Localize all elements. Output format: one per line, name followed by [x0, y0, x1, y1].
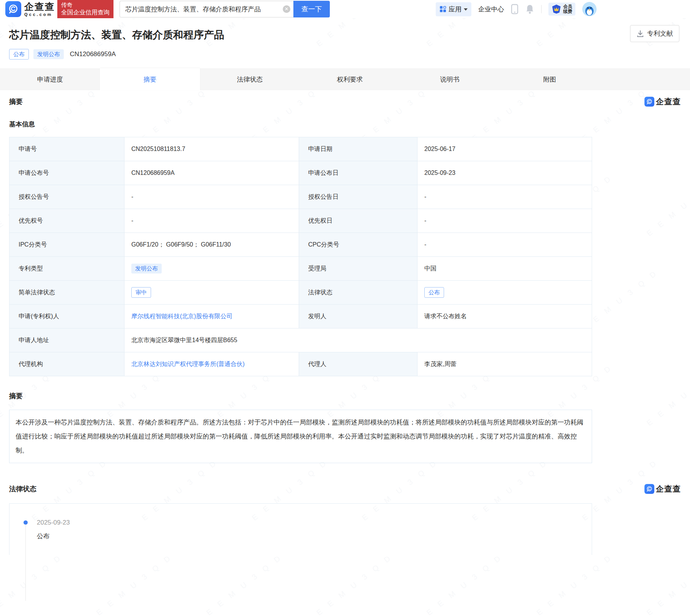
tab-1[interactable]: 摘要	[100, 68, 200, 90]
info-label: 申请号	[9, 137, 124, 161]
status-tag: 公布	[424, 287, 444, 298]
info-label: 简单法律状态	[9, 281, 124, 305]
qcc-mini-icon	[644, 97, 654, 107]
top-nav: 应用 企业中心	[436, 2, 597, 16]
brand-name: 企查查	[24, 2, 55, 11]
user-avatar[interactable]	[582, 2, 597, 16]
brand-domain: Qcc.com	[24, 13, 55, 17]
patent-number: CN120686959A	[70, 50, 116, 58]
table-row: 代理机构北京林达刘知识产权代理事务所(普通合伙)代理人李茂家,周蕾	[9, 352, 592, 376]
nav-divider	[541, 5, 542, 13]
info-value: 2025-09-23	[417, 161, 592, 185]
tab-2[interactable]: 法律状态	[200, 68, 300, 90]
info-value: 公布	[417, 281, 592, 305]
table-row: 申请人地址北京市海淀区翠微中里14号楼四层B655	[9, 328, 592, 352]
info-value: 北京林达刘知识产权代理事务所(普通合伙)	[124, 352, 299, 376]
info-value: -	[417, 233, 592, 257]
info-value: -	[124, 209, 299, 233]
table-row: 简单法律状态审中法律状态公布	[9, 281, 592, 305]
info-value: 请求不公布姓名	[417, 305, 592, 328]
grid-icon	[440, 6, 446, 13]
info-label: 优先权日	[299, 209, 417, 233]
qcc-logo[interactable]: 企查查 Qcc.com	[5, 1, 55, 17]
notification-bell-icon[interactable]	[525, 4, 534, 14]
info-value: -	[417, 209, 592, 233]
qcc-watermark-logo: 企查查	[644, 96, 681, 107]
info-label: 法律状态	[299, 281, 417, 305]
tab-5[interactable]: 附图	[500, 68, 600, 90]
member-renew-badge[interactable]: 会员 续费	[548, 3, 575, 16]
info-value: 发明公布	[124, 257, 299, 281]
timeline-date: 2025-09-23	[37, 519, 592, 526]
info-label: 专利类型	[9, 257, 124, 281]
clear-search-icon[interactable]: ✕	[283, 5, 290, 13]
qcc-mini-text: 企查查	[656, 96, 681, 107]
abstract-heading: 摘要	[9, 391, 681, 401]
qcc-mini-icon-bottom	[644, 484, 654, 494]
tab-bar: 申请进度摘要法律状态权利要求说明书附图	[0, 68, 690, 90]
info-value: 2025-06-17	[417, 137, 592, 161]
tab-3[interactable]: 权利要求	[300, 68, 400, 90]
promo-badge: 传奇 全国企业信用查询	[57, 0, 113, 18]
download-icon	[636, 30, 644, 38]
info-label: 发明人	[299, 305, 417, 328]
entity-link[interactable]: 北京林达刘知识产权代理事务所(普通合伙)	[131, 361, 245, 367]
patent-document-button[interactable]: 专利文献	[630, 25, 679, 42]
mobile-app-icon[interactable]	[511, 4, 518, 14]
enterprise-center-link[interactable]: 企业中心	[478, 5, 504, 14]
table-row: 授权公告号-授权公告日-	[9, 185, 592, 209]
info-value: 中国	[417, 257, 592, 281]
chevron-down-icon	[464, 8, 468, 11]
entity-link[interactable]: 摩尔线程智能科技(北京)股份有限公司	[131, 313, 233, 319]
table-row: 专利类型发明公布受理局中国	[9, 257, 592, 281]
info-label: 代理机构	[9, 352, 124, 376]
info-label: 授权公告日	[299, 185, 417, 209]
legal-status-panel: 2025-09-23公布	[9, 503, 592, 555]
type-badge-invention[interactable]: 发明公布	[33, 49, 64, 59]
search-input[interactable]	[120, 1, 293, 17]
abstract-text: 本公开涉及一种芯片温度控制方法、装置、存储介质和程序产品。所述方法包括：对于芯片…	[9, 410, 592, 463]
table-row: 申请(专利权)人摩尔线程智能科技(北京)股份有限公司发明人请求不公布姓名	[9, 305, 592, 328]
member-line2: 续费	[563, 9, 572, 14]
basic-info-heading: 基本信息	[9, 120, 681, 129]
promo-line1: 传奇	[61, 1, 110, 9]
status-tag: 审中	[131, 287, 151, 298]
apps-label: 应用	[449, 5, 462, 14]
timeline-status: 公布	[37, 532, 592, 541]
top-bar: 企查查 Qcc.com 传奇 全国企业信用查询 ✕ 查一下	[0, 0, 690, 18]
info-label: CPC分类号	[299, 233, 417, 257]
table-row: 申请公布号CN120686959A申请公布日2025-09-23	[9, 161, 592, 185]
info-value: -	[124, 185, 299, 209]
status-badge-published: 公布	[9, 49, 29, 60]
info-value: 摩尔线程智能科技(北京)股份有限公司	[124, 305, 299, 328]
apps-menu[interactable]: 应用	[436, 2, 471, 16]
info-label: 申请公布号	[9, 161, 124, 185]
table-row: IPC分类号G06F1/20； G06F9/50； G06F11/30CPC分类…	[9, 233, 592, 257]
info-label: 授权公告号	[9, 185, 124, 209]
info-label: 优先权号	[9, 209, 124, 233]
info-value: CN202510811813.7	[124, 137, 299, 161]
info-value: 李茂家,周蕾	[417, 352, 592, 376]
basic-info-table: 申请号CN202510811813.7申请日期2025-06-17申请公布号CN…	[9, 137, 592, 376]
status-tag: 发明公布	[131, 264, 162, 273]
tab-4[interactable]: 说明书	[400, 68, 499, 90]
info-value: -	[417, 185, 592, 209]
qcc-logo-icon	[5, 1, 21, 17]
info-value: CN120686959A	[124, 161, 299, 185]
qcc-brand-text: 企查查 Qcc.com	[24, 2, 55, 17]
info-label: 申请公布日	[299, 161, 417, 185]
info-value: 北京市海淀区翠微中里14号楼四层B655	[124, 328, 592, 352]
table-row: 优先权号-优先权日-	[9, 209, 592, 233]
info-value: G06F1/20； G06F9/50； G06F11/30	[124, 233, 299, 257]
main-content: 摘要 企查查 基本信息 申请号CN202510811813.7申请日期2025-…	[0, 96, 690, 555]
search-button[interactable]: 查一下	[293, 1, 330, 17]
badge-row: 公布 发明公布 CN120686959A	[9, 49, 681, 60]
tab-0[interactable]: 申请进度	[0, 68, 100, 90]
legal-status-heading: 法律状态	[9, 484, 36, 493]
info-label: 代理人	[299, 352, 417, 376]
summary-section-heading: 摘要	[9, 97, 23, 106]
timeline-dot-icon	[24, 520, 28, 525]
qcc-mini-text-bottom: 企查查	[656, 484, 681, 494]
patent-title: 芯片温度控制方法、装置、存储介质和程序产品	[9, 28, 681, 42]
search-bar: ✕ 查一下	[120, 1, 330, 17]
